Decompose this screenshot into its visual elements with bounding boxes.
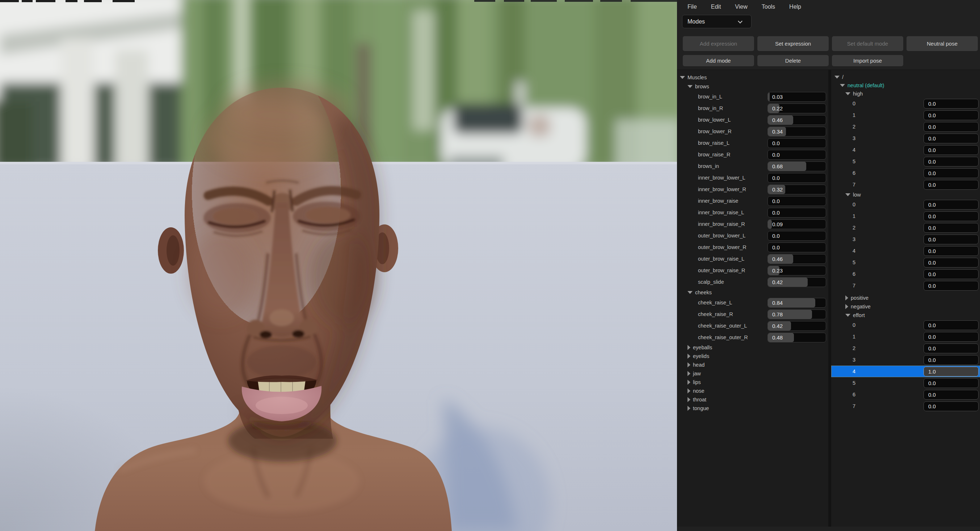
pose-weight-row[interactable]: 7 0.0 [831, 400, 980, 412]
expander-icon[interactable] [687, 85, 692, 88]
weight-field[interactable]: 0.0 [924, 281, 978, 291]
pose-group-effort[interactable]: effort [831, 311, 980, 319]
muscle-slider[interactable]: 0.48 [767, 333, 826, 342]
weight-field[interactable]: 0.0 [924, 134, 978, 143]
pose-weight-row[interactable]: 0 0.0 [831, 199, 980, 210]
weight-field[interactable]: 0.0 [924, 332, 978, 342]
muscle-group-head[interactable]: head [677, 361, 828, 369]
muscle-group-nose[interactable]: nose [677, 386, 828, 395]
pose-weight-row[interactable]: 6 0.0 [831, 167, 980, 179]
weight-field[interactable]: 1.0 [924, 367, 978, 377]
pose-group-positive[interactable]: positive [831, 294, 980, 302]
muscle-slider[interactable]: 0.0 [767, 150, 826, 160]
muscle-slider[interactable]: 0.84 [767, 298, 826, 308]
pose-weight-row[interactable]: 2 0.0 [831, 222, 980, 234]
weight-field[interactable]: 0.0 [924, 99, 978, 108]
menu-tools[interactable]: Tools [762, 4, 775, 10]
pose-group--[interactable]: / [831, 73, 980, 81]
pose-weight-row[interactable]: 5 0.0 [831, 377, 980, 389]
muscle-slider[interactable]: 0.42 [767, 321, 826, 331]
muscle-slider[interactable]: 0.32 [767, 184, 826, 194]
weight-field[interactable]: 0.0 [924, 110, 978, 120]
weight-field[interactable]: 0.0 [924, 200, 978, 210]
pose-weight-row[interactable]: 1 0.0 [831, 109, 980, 121]
expander-icon[interactable] [687, 362, 690, 367]
muscle-slider[interactable]: 0.46 [767, 115, 826, 125]
pose-group-negative[interactable]: negative [831, 302, 980, 311]
pose-weight-row[interactable]: 5 0.0 [831, 257, 980, 268]
muscle-group-eyelids[interactable]: eyelids [677, 352, 828, 361]
muscle-group-throat[interactable]: throat [677, 395, 828, 404]
weight-field[interactable]: 0.0 [924, 390, 978, 400]
pose-weight-row[interactable]: 4 0.0 [831, 144, 980, 156]
weight-field[interactable]: 0.0 [924, 258, 978, 267]
muscle-group-brows[interactable]: brows [677, 82, 828, 91]
add-mode-button[interactable]: Add mode [683, 55, 754, 66]
modes-dropdown[interactable]: Modes [682, 15, 752, 28]
pose-weight-row[interactable]: 4 1.0 [831, 366, 980, 377]
pose-weight-row[interactable]: 2 0.0 [831, 121, 980, 132]
weight-field[interactable]: 0.0 [924, 401, 978, 411]
muscle-group-lips[interactable]: lips [677, 378, 828, 386]
weight-field[interactable]: 0.0 [924, 269, 978, 279]
expander-icon[interactable] [845, 92, 850, 95]
set-expression-button[interactable]: Set expression [757, 36, 829, 51]
weight-field[interactable]: 0.0 [924, 122, 978, 132]
muscle-slider[interactable]: 0.03 [767, 92, 826, 102]
muscle-slider[interactable]: 0.42 [767, 277, 826, 287]
muscle-slider[interactable]: 0.22 [767, 103, 826, 113]
muscle-slider[interactable]: 0.0 [767, 173, 826, 183]
muscle-slider[interactable]: 0.0 [767, 243, 826, 252]
muscle-slider[interactable]: 0.34 [767, 127, 826, 137]
pose-weight-row[interactable]: 3 0.0 [831, 234, 980, 245]
pose-group-low[interactable]: low [831, 191, 980, 199]
import-pose-button[interactable]: Import pose [832, 55, 903, 66]
expander-icon[interactable] [687, 388, 690, 393]
weight-field[interactable]: 0.0 [924, 235, 978, 244]
expander-icon[interactable] [687, 354, 690, 359]
muscle-group-eyeballs[interactable]: eyeballs [677, 343, 828, 352]
tree-divider[interactable] [828, 70, 831, 527]
pose-weight-row[interactable]: 2 0.0 [831, 342, 980, 354]
pose-weight-row[interactable]: 6 0.0 [831, 389, 980, 400]
weight-field[interactable]: 0.0 [924, 246, 978, 256]
pose-weight-row[interactable]: 0 0.0 [831, 319, 980, 331]
expander-icon[interactable] [845, 193, 850, 196]
muscle-slider[interactable]: 0.09 [767, 219, 826, 229]
weight-field[interactable]: 0.0 [924, 168, 978, 178]
expander-icon[interactable] [845, 314, 850, 317]
expander-icon[interactable] [687, 397, 690, 402]
expander-icon[interactable] [845, 296, 848, 300]
weight-field[interactable]: 0.0 [924, 320, 978, 330]
weight-field[interactable]: 0.0 [924, 378, 978, 388]
expander-icon[interactable] [687, 371, 690, 376]
muscle-slider[interactable]: 0.23 [767, 266, 826, 275]
muscle-slider[interactable]: 0.0 [767, 208, 826, 218]
pose-weight-row[interactable]: 1 0.0 [831, 210, 980, 222]
pose-weight-row[interactable]: 1 0.0 [831, 331, 980, 342]
weight-field[interactable]: 0.0 [924, 180, 978, 190]
weight-field[interactable]: 0.0 [924, 343, 978, 353]
weight-field[interactable]: 0.0 [924, 355, 978, 365]
expander-icon[interactable] [687, 345, 690, 350]
pose-weight-row[interactable]: 3 0.0 [831, 132, 980, 144]
weight-field[interactable]: 0.0 [924, 145, 978, 155]
delete-button[interactable]: Delete [757, 55, 829, 66]
pose-weight-row[interactable]: 0 0.0 [831, 98, 980, 109]
muscle-group-tongue[interactable]: tongue [677, 404, 828, 413]
expander-icon[interactable] [687, 291, 692, 294]
expander-icon[interactable] [834, 76, 840, 78]
muscle-slider[interactable]: 0.0 [767, 231, 826, 241]
menu-file[interactable]: File [687, 4, 697, 10]
pose-weight-row[interactable]: 4 0.0 [831, 245, 980, 257]
viewport-3d[interactable] [0, 0, 677, 531]
pose-group-high[interactable]: high [831, 89, 980, 98]
expander-icon[interactable] [845, 304, 848, 309]
pose-weight-row[interactable]: 5 0.0 [831, 156, 980, 167]
pose-group-neutral-default-[interactable]: neutral (default) [831, 81, 980, 89]
expander-icon[interactable] [687, 406, 690, 411]
muscle-slider[interactable]: 0.0 [767, 196, 826, 206]
pose-weight-row[interactable]: 6 0.0 [831, 268, 980, 280]
menu-edit[interactable]: Edit [711, 4, 721, 10]
weight-field[interactable]: 0.0 [924, 211, 978, 221]
